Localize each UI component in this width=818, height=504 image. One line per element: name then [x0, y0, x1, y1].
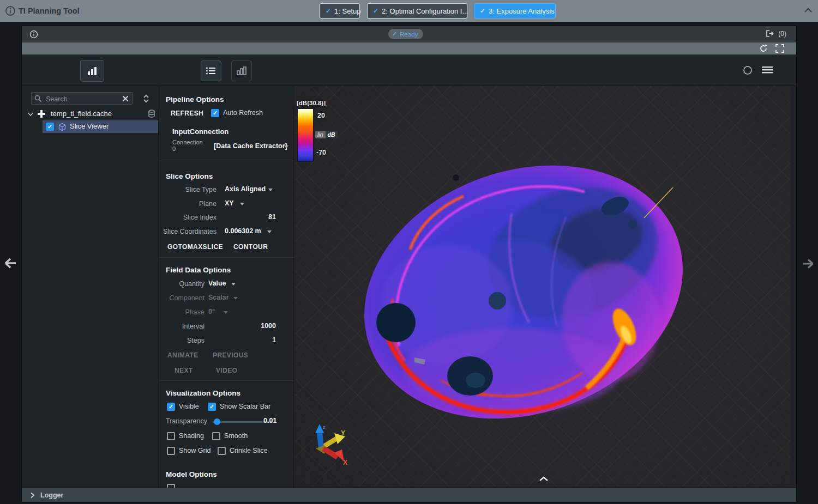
fullscreen-icon[interactable] — [775, 44, 784, 53]
show-scalar-bar-label: Show Scalar Bar — [220, 403, 270, 410]
video-button: VIDEO — [216, 367, 237, 374]
connection-select[interactable]: [Data Cache Extractor] — [214, 142, 287, 150]
db-option[interactable]: dB — [326, 131, 338, 138]
caret-icon — [233, 297, 238, 300]
chevron-down-icon[interactable] — [27, 112, 34, 117]
colorbar — [298, 109, 313, 161]
search-icon — [34, 95, 42, 102]
transparency-label: Transparency — [166, 417, 207, 425]
export-icon — [766, 29, 775, 38]
caret-icon — [224, 311, 228, 314]
step-label: 1: Setup — [334, 7, 360, 15]
next-arrow[interactable] — [800, 256, 815, 271]
expand-bottom-panel-icon[interactable] — [539, 476, 549, 482]
step-label: 3: Exposure Analysis — [489, 7, 555, 15]
refresh-button[interactable]: REFRESH — [171, 110, 203, 117]
app-info-icon[interactable] — [4, 5, 16, 17]
step-button-optimal-configuration[interactable]: ✓ 2: Optimal Configuration I... — [367, 3, 467, 19]
lin-option[interactable]: lin — [315, 131, 326, 138]
refresh-view-icon[interactable] — [759, 44, 768, 53]
visible-label: Visible — [179, 403, 199, 410]
caret-icon[interactable] — [267, 230, 272, 233]
lin-db-toggle[interactable]: lin dB — [315, 131, 338, 138]
panel-header: ✓ Ready (0) — [22, 26, 796, 42]
quantity-label: Quantity — [166, 280, 204, 288]
animate-button: ANIMATE — [167, 351, 199, 359]
ready-label: Ready — [400, 31, 418, 38]
contour-button[interactable]: CONTOUR — [233, 243, 268, 251]
prev-arrow[interactable] — [3, 255, 19, 271]
tree-child-label: Slice Viewer — [70, 122, 109, 130]
phase-label: Phase — [166, 308, 204, 316]
caret-icon[interactable] — [284, 145, 288, 148]
goto-max-slice-button[interactable]: GOTOMAXSLICE — [167, 243, 223, 251]
collapse-all-icon[interactable] — [142, 94, 150, 103]
show-grid-label: Show Grid — [179, 447, 210, 454]
colorbar-title: [dB(30.8)] — [297, 100, 326, 106]
list-icon — [206, 66, 216, 75]
tree-root-label: temp_ti_field.cache — [51, 110, 112, 118]
show-scalar-bar-checkbox[interactable]: ✓ — [208, 403, 216, 411]
slice-type-label: Slice Type — [166, 186, 216, 193]
info-icon[interactable] — [29, 30, 38, 39]
database-icon[interactable] — [148, 110, 155, 118]
crinkle-slice-checkbox[interactable]: ✓ — [218, 447, 226, 455]
plane-label: Plane — [166, 200, 216, 208]
clear-search-icon[interactable] — [122, 95, 129, 102]
transparency-value: 0.01 — [263, 417, 276, 424]
step-button-exposure-analysis[interactable]: ✓ 3: Exposure Analysis — [474, 3, 556, 19]
section-pipeline-options: Pipeline Options — [166, 95, 224, 104]
slice-coordinates-select[interactable]: 0.006302 m — [225, 227, 261, 235]
connection-index: 0 — [172, 145, 176, 152]
step-label: 2: Optimal Configuration I... — [382, 7, 468, 15]
caret-icon[interactable] — [231, 283, 236, 286]
top-app-bar: TI Planning Tool ✓ 1: Setup ✓ 2: Optimal… — [0, 0, 818, 22]
section-field-data-options: Field Data Options — [166, 266, 231, 274]
caret-icon[interactable] — [268, 189, 273, 191]
status-badge-ready: ✓ Ready — [388, 29, 423, 39]
viewport-3d[interactable]: [dB(30.8)] 20 -70 lin dB — [294, 86, 791, 487]
shading-label: Shading — [179, 432, 204, 440]
slice-index-label: Slice Index — [166, 214, 216, 221]
main-panel: ✓ Ready (0) — [22, 26, 796, 502]
shading-checkbox[interactable]: ✓ — [167, 432, 175, 440]
stats-view-button[interactable] — [231, 60, 252, 81]
collapse-topbar-icon[interactable] — [803, 7, 813, 14]
step-button-setup[interactable]: ✓ 1: Setup — [320, 3, 360, 19]
slice-coordinates-label: Slice Coordinates — [163, 228, 216, 235]
section-slice-options: Slice Options — [166, 172, 213, 180]
cutoff-checkbox — [167, 484, 175, 488]
logger-label: Logger — [40, 491, 63, 499]
slice-index-input[interactable]: 81 — [256, 213, 276, 221]
interval-input[interactable]: 1000 — [251, 322, 276, 330]
quantity-select[interactable]: Value — [208, 280, 226, 287]
auto-refresh-checkbox[interactable]: ✓ — [211, 109, 219, 117]
show-grid-checkbox[interactable]: ✓ — [167, 447, 175, 455]
viewer-toolbar: Imp/Export Group Sel... Reset An... Refr… — [22, 54, 796, 86]
plane-select[interactable]: XY — [225, 199, 234, 207]
section-visualization-options: Visualization Options — [166, 389, 240, 397]
tree-item-slice-viewer[interactable]: ✓ Slice Viewer — [43, 120, 158, 133]
next-button: NEXT — [175, 367, 193, 374]
slice-viewer-checkbox[interactable]: ✓ — [46, 123, 54, 131]
slice-type-select[interactable]: Axis Aligned — [225, 185, 266, 193]
search-box — [31, 92, 133, 105]
export-counter[interactable]: (0) — [766, 29, 786, 38]
search-input[interactable] — [45, 93, 118, 105]
record-circle-icon[interactable] — [743, 65, 753, 75]
menu-icon[interactable] — [761, 66, 773, 75]
smooth-checkbox[interactable]: ✓ — [212, 432, 220, 440]
caret-icon[interactable] — [240, 203, 244, 205]
steps-input[interactable]: 1 — [251, 336, 276, 344]
check-icon: ✓ — [373, 7, 378, 15]
bar-chart-outline-icon — [236, 66, 247, 76]
visible-checkbox[interactable]: ✓ — [167, 403, 175, 411]
axis-x-label: X — [343, 459, 347, 466]
check-icon: ✓ — [392, 31, 397, 38]
logger-bar[interactable]: Logger — [22, 488, 796, 502]
list-view-button[interactable] — [201, 60, 221, 81]
chart-view-button[interactable] — [80, 60, 104, 82]
colorbar-max: 20 — [317, 112, 325, 119]
interval-label: Interval — [166, 323, 204, 330]
transparency-slider-handle[interactable] — [214, 418, 220, 425]
